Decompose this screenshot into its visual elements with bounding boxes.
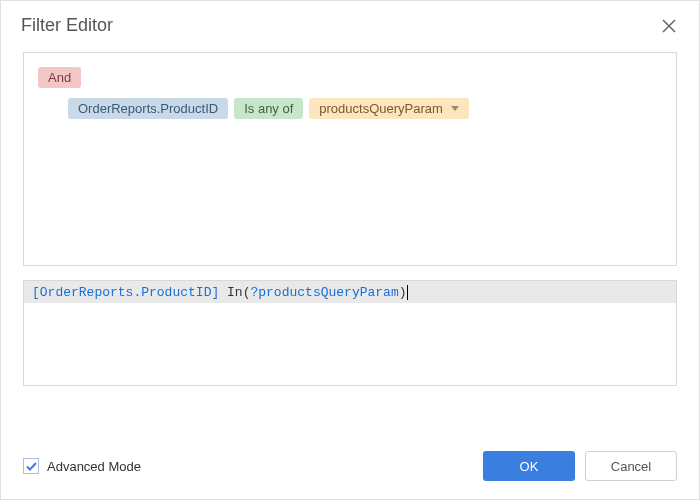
check-icon xyxy=(26,462,37,471)
text-caret xyxy=(407,285,408,300)
advanced-mode-label: Advanced Mode xyxy=(47,459,141,474)
value-chip-label: productsQueryParam xyxy=(319,101,443,116)
expression-close-paren: ) xyxy=(399,285,407,300)
expression-text: [OrderReports.ProductID] In(?productsQue… xyxy=(24,281,676,303)
visual-filter-panel: And OrderReports.ProductID Is any of pro… xyxy=(23,52,677,266)
expression-func-token: In xyxy=(227,285,243,300)
dialog-footer: Advanced Mode OK Cancel xyxy=(1,437,699,499)
dialog-body: And OrderReports.ProductID Is any of pro… xyxy=(1,46,699,437)
filter-editor-dialog: Filter Editor And OrderReports.ProductID… xyxy=(0,0,700,500)
group-operator-chip[interactable]: And xyxy=(38,67,81,88)
field-chip[interactable]: OrderReports.ProductID xyxy=(68,98,228,119)
value-chip[interactable]: productsQueryParam xyxy=(309,98,469,119)
expression-panel[interactable]: [OrderReports.ProductID] In(?productsQue… xyxy=(23,280,677,386)
advanced-mode-checkbox[interactable] xyxy=(23,458,39,474)
operator-chip[interactable]: Is any of xyxy=(234,98,303,119)
close-button[interactable] xyxy=(659,16,679,36)
expression-open-paren: ( xyxy=(243,285,251,300)
condition-row: OrderReports.ProductID Is any of product… xyxy=(68,98,662,119)
chevron-down-icon xyxy=(451,106,459,111)
close-icon xyxy=(662,19,676,33)
button-group: OK Cancel xyxy=(483,451,677,481)
expression-field-token: [OrderReports.ProductID] xyxy=(32,285,219,300)
dialog-header: Filter Editor xyxy=(1,1,699,46)
cancel-button[interactable]: Cancel xyxy=(585,451,677,481)
advanced-mode-toggle[interactable]: Advanced Mode xyxy=(23,458,141,474)
ok-button[interactable]: OK xyxy=(483,451,575,481)
dialog-title: Filter Editor xyxy=(21,15,113,36)
expression-param-token: ?productsQueryParam xyxy=(250,285,398,300)
